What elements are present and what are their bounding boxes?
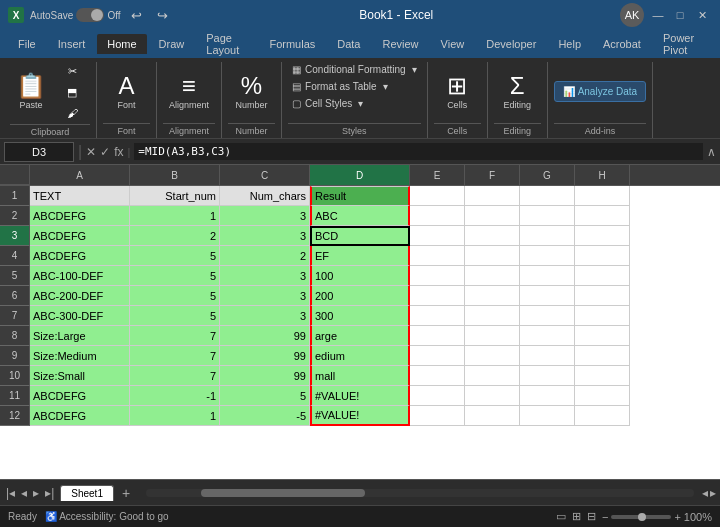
font-button[interactable]: A Font — [109, 70, 145, 114]
tab-help[interactable]: Help — [548, 34, 591, 54]
cell-a3[interactable]: ABCDEFG — [30, 226, 130, 246]
cell-g10[interactable] — [520, 366, 575, 386]
cell-a6[interactable]: ABC-200-DEF — [30, 286, 130, 306]
tab-file[interactable]: File — [8, 34, 46, 54]
cell-h2[interactable] — [575, 206, 630, 226]
cell-d1[interactable]: Result — [310, 186, 410, 206]
cell-f4[interactable] — [465, 246, 520, 266]
sheet-tab-sheet1[interactable]: Sheet1 — [60, 485, 114, 501]
cancel-formula-icon[interactable]: ✕ — [86, 145, 96, 159]
sheet-first-arrow[interactable]: |◂ — [4, 486, 17, 500]
cell-e3[interactable] — [410, 226, 465, 246]
view-layout-icon[interactable]: ⊞ — [572, 510, 581, 523]
cell-a7[interactable]: ABC-300-DEF — [30, 306, 130, 326]
cell-d6[interactable]: 200 — [310, 286, 410, 306]
tab-review[interactable]: Review — [373, 34, 429, 54]
cell-c7[interactable]: 3 — [220, 306, 310, 326]
cell-g7[interactable] — [520, 306, 575, 326]
cell-h7[interactable] — [575, 306, 630, 326]
cell-b6[interactable]: 5 — [130, 286, 220, 306]
zoom-slider[interactable] — [611, 515, 671, 519]
tab-data[interactable]: Data — [327, 34, 370, 54]
sheet-last-arrow[interactable]: ▸| — [43, 486, 56, 500]
cell-e6[interactable] — [410, 286, 465, 306]
editing-button[interactable]: Σ Editing — [497, 70, 537, 114]
cell-c2[interactable]: 3 — [220, 206, 310, 226]
cell-e7[interactable] — [410, 306, 465, 326]
cell-h12[interactable] — [575, 406, 630, 426]
cell-h11[interactable] — [575, 386, 630, 406]
cell-styles-button[interactable]: ▢ Cell Styles ▾ — [288, 96, 367, 111]
cell-e11[interactable] — [410, 386, 465, 406]
cell-e2[interactable] — [410, 206, 465, 226]
alignment-button[interactable]: ≡ Alignment — [163, 70, 215, 114]
zoom-out-icon[interactable]: − — [602, 511, 608, 523]
add-sheet-button[interactable]: + — [118, 485, 134, 501]
cell-a4[interactable]: ABCDEFG — [30, 246, 130, 266]
cell-b12[interactable]: 1 — [130, 406, 220, 426]
cell-f9[interactable] — [465, 346, 520, 366]
cell-h6[interactable] — [575, 286, 630, 306]
zoom-in-icon[interactable]: + — [674, 511, 680, 523]
cell-g3[interactable] — [520, 226, 575, 246]
col-header-e[interactable]: E — [410, 165, 465, 185]
cell-f5[interactable] — [465, 266, 520, 286]
cell-g1[interactable] — [520, 186, 575, 206]
col-header-g[interactable]: G — [520, 165, 575, 185]
cell-d4[interactable]: EF — [310, 246, 410, 266]
cell-e5[interactable] — [410, 266, 465, 286]
cell-g5[interactable] — [520, 266, 575, 286]
cell-a1[interactable]: TEXT — [30, 186, 130, 206]
cell-c3[interactable]: 3 — [220, 226, 310, 246]
cell-d9[interactable]: edium — [310, 346, 410, 366]
fx-icon[interactable]: fx — [114, 145, 123, 159]
cell-b11[interactable]: -1 — [130, 386, 220, 406]
col-header-d[interactable]: D — [310, 165, 410, 185]
autosave-toggle[interactable]: AutoSave Off — [30, 8, 121, 22]
cell-h3[interactable] — [575, 226, 630, 246]
cell-h9[interactable] — [575, 346, 630, 366]
cell-c12[interactable]: -5 — [220, 406, 310, 426]
tab-insert[interactable]: Insert — [48, 34, 96, 54]
cell-f2[interactable] — [465, 206, 520, 226]
collapse-formula-bar-icon[interactable]: ∧ — [707, 145, 716, 159]
cell-b7[interactable]: 5 — [130, 306, 220, 326]
autosave-toggle-btn[interactable] — [76, 8, 104, 22]
cell-d3[interactable]: BCD — [310, 226, 410, 246]
tab-home[interactable]: Home — [97, 34, 146, 54]
col-header-c[interactable]: C — [220, 165, 310, 185]
cell-c10[interactable]: 99 — [220, 366, 310, 386]
cell-d12[interactable]: #VALUE! — [310, 406, 410, 426]
user-avatar[interactable]: AK — [620, 3, 644, 27]
cell-b3[interactable]: 2 — [130, 226, 220, 246]
cell-d8[interactable]: arge — [310, 326, 410, 346]
horizontal-scrollbar[interactable] — [146, 489, 694, 497]
confirm-formula-icon[interactable]: ✓ — [100, 145, 110, 159]
col-header-h[interactable]: H — [575, 165, 630, 185]
cell-c8[interactable]: 99 — [220, 326, 310, 346]
cell-d10[interactable]: mall — [310, 366, 410, 386]
name-box[interactable] — [4, 142, 74, 162]
cell-g4[interactable] — [520, 246, 575, 266]
close-button[interactable]: ✕ — [692, 5, 712, 25]
cell-e10[interactable] — [410, 366, 465, 386]
sheet-prev-arrow[interactable]: ◂ — [19, 486, 29, 500]
cell-c4[interactable]: 2 — [220, 246, 310, 266]
cell-h8[interactable] — [575, 326, 630, 346]
col-header-a[interactable]: A — [30, 165, 130, 185]
cell-h5[interactable] — [575, 266, 630, 286]
cell-a10[interactable]: Size:Small — [30, 366, 130, 386]
format-as-table-button[interactable]: ▤ Format as Table ▾ — [288, 79, 392, 94]
cell-d5[interactable]: 100 — [310, 266, 410, 286]
cell-g8[interactable] — [520, 326, 575, 346]
cell-e4[interactable] — [410, 246, 465, 266]
cell-h10[interactable] — [575, 366, 630, 386]
sheet-next-arrow[interactable]: ▸ — [31, 486, 41, 500]
tab-draw[interactable]: Draw — [149, 34, 195, 54]
cell-a12[interactable]: ABCDEFG — [30, 406, 130, 426]
format-painter-button[interactable]: 🖌 — [54, 104, 90, 122]
cell-b5[interactable]: 5 — [130, 266, 220, 286]
cell-f1[interactable] — [465, 186, 520, 206]
cell-c6[interactable]: 3 — [220, 286, 310, 306]
cell-g11[interactable] — [520, 386, 575, 406]
